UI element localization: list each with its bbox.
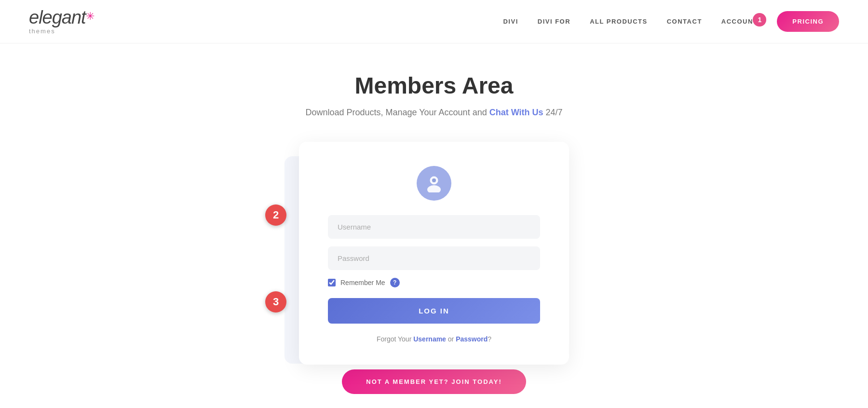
remember-me-label: Remember Me	[340, 279, 385, 286]
subtitle-text-before: Download Products, Manage Your Account a…	[305, 108, 487, 117]
login-area: 2 3	[299, 142, 569, 365]
logo[interactable]: elegant✳ themes	[29, 8, 94, 35]
forgot-text: Forgot Your Username or Password?	[328, 335, 540, 343]
subtitle-text-after: 24/7	[546, 108, 563, 117]
login-button[interactable]: LOG IN	[328, 298, 540, 324]
logo-brand: elegant	[29, 7, 86, 27]
help-icon[interactable]: ?	[390, 278, 400, 287]
annotation-badge-3: 3	[265, 291, 286, 313]
forgot-before: Forgot Your	[377, 335, 413, 343]
remember-me-checkbox[interactable]	[328, 279, 336, 286]
login-card: Remember Me ? LOG IN Forgot Your Usernam…	[299, 142, 569, 365]
page-title: Members Area	[354, 72, 513, 99]
annotation-badge-2: 2	[265, 204, 286, 226]
account-notification-badge: 1	[753, 13, 766, 27]
nav-contact[interactable]: CONTACT	[667, 18, 702, 25]
nav-all-products[interactable]: ALL PRODUCTS	[590, 18, 648, 25]
nav-divi-for[interactable]: DIVI FOR	[538, 18, 570, 25]
forgot-after: ?	[488, 335, 491, 343]
svg-point-2	[432, 178, 436, 182]
remember-me-row: Remember Me ?	[328, 278, 540, 287]
nav-account[interactable]: ACCOUNT	[721, 18, 758, 25]
forgot-middle: or	[446, 335, 456, 343]
chat-link[interactable]: Chat With Us	[489, 108, 543, 117]
header: elegant✳ themes DIVI DIVI FOR ALL PRODUC…	[0, 0, 868, 43]
forgot-password-link[interactable]: Password	[456, 335, 488, 343]
main-content: Members Area Download Products, Manage Y…	[0, 43, 868, 394]
avatar-circle	[417, 166, 451, 201]
forgot-username-link[interactable]: Username	[413, 335, 446, 343]
user-avatar	[328, 166, 540, 201]
logo-sub: themes	[29, 27, 55, 35]
page-subtitle: Download Products, Manage Your Account a…	[305, 108, 562, 118]
logo-star: ✳	[86, 10, 94, 22]
svg-point-1	[427, 185, 441, 192]
pricing-button[interactable]: PRICING	[777, 11, 839, 32]
join-button[interactable]: NOT A MEMBER YET? JOIN TODAY!	[342, 369, 526, 394]
username-input[interactable]	[328, 215, 540, 239]
nav-divi[interactable]: DIVI	[503, 18, 518, 25]
user-avatar-icon	[425, 174, 443, 192]
main-nav: DIVI DIVI FOR ALL PRODUCTS CONTACT ACCOU…	[503, 11, 839, 32]
password-input[interactable]	[328, 246, 540, 270]
account-nav-wrapper: ACCOUNT 1	[721, 18, 758, 25]
